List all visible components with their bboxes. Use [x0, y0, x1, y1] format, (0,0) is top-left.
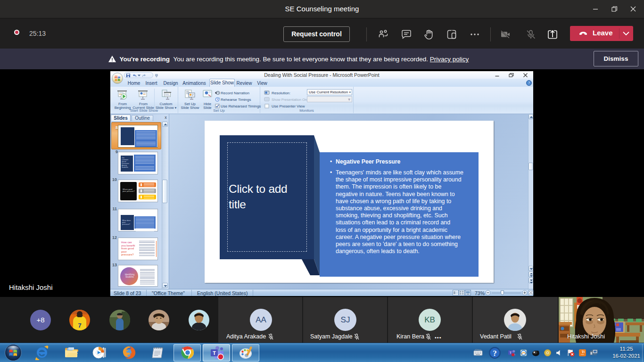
svg-text:T: T — [213, 350, 216, 356]
svg-text:?: ? — [493, 349, 497, 358]
svg-text:?: ? — [528, 81, 530, 85]
svg-text:7: 7 — [78, 322, 81, 329]
